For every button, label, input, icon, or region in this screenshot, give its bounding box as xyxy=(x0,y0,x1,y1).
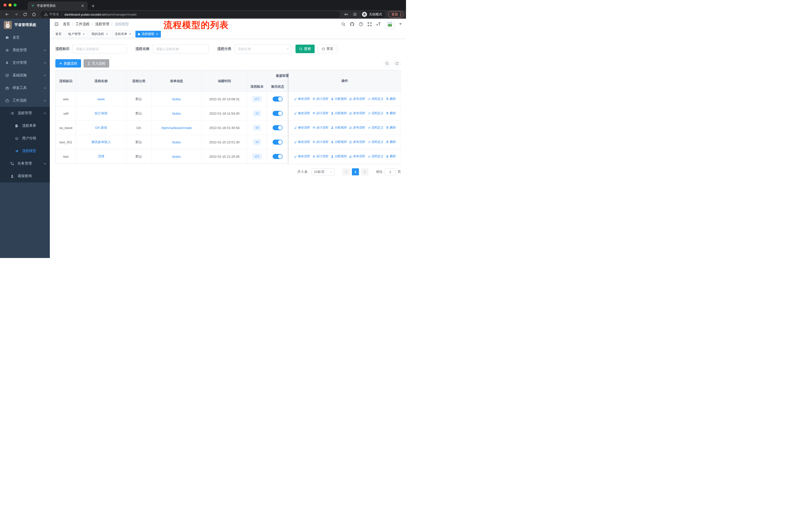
action-process-definition[interactable]: 流程定义 xyxy=(368,126,383,130)
category-select-input[interactable] xyxy=(235,44,291,53)
help-icon[interactable] xyxy=(359,22,363,26)
active-toggle[interactable] xyxy=(272,111,283,116)
process-name-link[interactable]: 测试多审批人 xyxy=(91,140,111,144)
action-delete[interactable]: 删除 xyxy=(386,126,396,130)
process-id-input[interactable] xyxy=(73,44,127,53)
action-design-process[interactable]: 设计流程 xyxy=(312,154,328,159)
sidebar-item-payment[interactable]: ¥ 支付管理 xyxy=(0,56,50,69)
reset-button[interactable]: 重置 xyxy=(318,45,337,53)
active-toggle[interactable] xyxy=(272,140,283,145)
home-icon[interactable] xyxy=(29,12,38,17)
action-process-definition[interactable]: 流程定义 xyxy=(368,154,383,159)
process-name-input[interactable] xyxy=(153,44,209,53)
window-zoom-button[interactable] xyxy=(13,3,17,6)
process-name-link[interactable]: OA 请假 xyxy=(95,126,107,130)
new-tab-button[interactable]: + xyxy=(92,3,95,8)
sidebar-item-process-form[interactable]: 流程表单 xyxy=(0,119,50,132)
action-edit-process[interactable]: 修改流程 xyxy=(294,154,310,159)
page-number-current[interactable]: 1 xyxy=(352,168,359,175)
action-publish-process[interactable]: 发布流程 xyxy=(349,140,365,144)
process-name-link[interactable]: 滔博 xyxy=(98,155,105,158)
window-close-button[interactable] xyxy=(3,3,6,6)
browser-tab[interactable]: 芋道管理系统 ✕ xyxy=(28,1,88,10)
form-info-link[interactable]: biubiu xyxy=(172,155,181,159)
action-edit-process[interactable]: 修改流程 xyxy=(294,111,310,115)
sidebar-item-infrastructure[interactable]: 基础设施 xyxy=(0,69,50,82)
active-toggle[interactable] xyxy=(272,125,283,130)
sidebar-item-home[interactable]: 首页 xyxy=(0,31,50,44)
sidebar-item-process-model[interactable]: 流程模型 xyxy=(0,145,50,157)
reload-icon[interactable] xyxy=(21,12,29,17)
form-info-link[interactable]: biubiu xyxy=(172,140,181,144)
action-process-definition[interactable]: 流程定义 xyxy=(368,97,383,101)
action-assign-rule[interactable]: 分配规则 xyxy=(331,111,347,115)
action-design-process[interactable]: 设计流程 xyxy=(312,126,328,130)
browser-update-button[interactable]: 更新 xyxy=(388,11,404,18)
tag-my-process[interactable]: 我的流程✕ xyxy=(89,31,111,37)
form-info-link[interactable]: biubiu xyxy=(172,112,181,115)
tag-close-icon[interactable]: ✕ xyxy=(106,32,108,36)
category-select[interactable] xyxy=(235,44,291,53)
breadcrumb-workflow[interactable]: 工作流程 xyxy=(76,22,90,26)
action-edit-process[interactable]: 修改流程 xyxy=(294,126,310,130)
search-button[interactable]: 搜索 xyxy=(295,45,315,53)
process-name-link[interactable]: 自己审批 xyxy=(95,111,108,115)
sidebar-collapse-icon[interactable] xyxy=(54,22,59,27)
action-design-process[interactable]: 设计流程 xyxy=(312,111,328,115)
refresh-table-button[interactable] xyxy=(394,60,401,67)
sidebar-item-workflow[interactable]: 工作流程 xyxy=(0,94,50,107)
security-warning[interactable]: 不安全 xyxy=(44,12,59,17)
next-page-button[interactable] xyxy=(361,168,369,175)
action-edit-process[interactable]: 修改流程 xyxy=(294,140,310,144)
forward-icon[interactable] xyxy=(11,12,21,17)
action-process-definition[interactable]: 流程定义 xyxy=(368,140,383,144)
form-info-link[interactable]: /bpm/oa/leave/create xyxy=(161,126,192,130)
action-process-definition[interactable]: 流程定义 xyxy=(368,111,383,115)
breadcrumb-home[interactable]: 首页 xyxy=(63,22,70,26)
form-info-link[interactable]: biubiu xyxy=(172,97,181,101)
browser-menu-icon[interactable] xyxy=(400,13,401,16)
window-minimize-button[interactable] xyxy=(8,3,11,6)
active-toggle[interactable] xyxy=(272,97,283,102)
tag-close-icon[interactable]: ✕ xyxy=(129,32,131,36)
action-delete[interactable]: 删除 xyxy=(386,154,396,159)
github-icon[interactable] xyxy=(350,22,354,26)
import-process-button[interactable]: 导入流程 xyxy=(84,59,109,67)
action-design-process[interactable]: 设计流程 xyxy=(312,97,328,101)
search-icon[interactable] xyxy=(341,22,346,26)
tag-close-icon[interactable]: ✕ xyxy=(83,32,85,36)
action-assign-rule[interactable]: 分配规则 xyxy=(331,126,347,130)
action-publish-process[interactable]: 发布流程 xyxy=(349,97,365,101)
action-publish-process[interactable]: 发布流程 xyxy=(349,154,365,159)
tag-process-model[interactable]: 流程模型✕ xyxy=(136,31,161,37)
goto-page-input[interactable] xyxy=(385,168,396,175)
prev-page-button[interactable] xyxy=(342,168,350,175)
action-publish-process[interactable]: 发布流程 xyxy=(349,126,365,130)
password-key-icon[interactable] xyxy=(342,12,351,17)
tag-process-form[interactable]: 流程表单✕ xyxy=(112,31,134,37)
process-name-link[interactable]: eeee xyxy=(97,97,105,101)
action-publish-process[interactable]: 发布流程 xyxy=(349,111,365,115)
action-assign-rule[interactable]: 分配规则 xyxy=(331,140,347,144)
action-assign-rule[interactable]: 分配规则 xyxy=(331,97,347,101)
tag-home[interactable]: 首页 xyxy=(53,31,64,37)
action-delete[interactable]: 删除 xyxy=(386,140,396,144)
action-delete[interactable]: 删除 xyxy=(386,111,396,115)
sidebar-item-process-management[interactable]: 流程管理 xyxy=(0,107,50,119)
create-process-button[interactable]: 新建流程 xyxy=(55,59,81,67)
sidebar-item-system[interactable]: 系统管理 xyxy=(0,44,50,56)
sidebar-item-user-group[interactable]: 用户分组 xyxy=(0,132,50,145)
tab-close-icon[interactable]: ✕ xyxy=(81,4,85,8)
breadcrumb-process-management[interactable]: 流程管理 xyxy=(95,22,109,26)
caret-down-icon[interactable] xyxy=(399,23,402,25)
back-icon[interactable] xyxy=(2,12,11,17)
url-bar[interactable]: 不安全 dashboard.yudao.iocoder.cn/bpm/manag… xyxy=(40,11,340,18)
page-size-select[interactable]: 10条/页 xyxy=(312,168,335,175)
bookmark-star-icon[interactable] xyxy=(351,12,359,17)
sidebar-item-task-management[interactable]: 任务管理 xyxy=(0,157,50,170)
active-toggle[interactable] xyxy=(272,154,283,159)
tag-tenant[interactable]: 租户管理✕ xyxy=(66,31,87,37)
fullscreen-icon[interactable] xyxy=(368,22,372,26)
action-edit-process[interactable]: 修改流程 xyxy=(294,97,310,101)
action-assign-rule[interactable]: 分配规则 xyxy=(331,154,347,159)
